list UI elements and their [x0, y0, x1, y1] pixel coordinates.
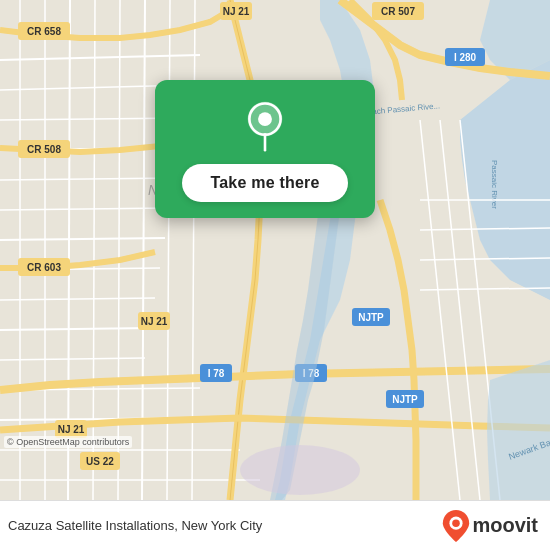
footer: Cazuza Satellite Installations, New York…: [0, 500, 550, 550]
moovit-brand-name: moovit: [472, 514, 538, 537]
svg-text:CR 603: CR 603: [27, 262, 61, 273]
osm-credit: © OpenStreetMap contributors: [4, 436, 132, 448]
svg-text:I 78: I 78: [208, 368, 225, 379]
location-card: Take me there: [155, 80, 375, 218]
svg-text:I 280: I 280: [454, 52, 477, 63]
svg-text:NJ 21: NJ 21: [58, 424, 85, 435]
moovit-pin-icon: [442, 510, 470, 542]
svg-text:CR 507: CR 507: [381, 6, 415, 17]
location-pin-icon: [239, 100, 291, 152]
moovit-logo: moovit: [442, 510, 538, 542]
location-name: Cazuza Satellite Installations, New York…: [8, 518, 262, 533]
svg-text:NJ 21: NJ 21: [141, 316, 168, 327]
svg-point-66: [453, 519, 461, 527]
svg-point-64: [258, 112, 272, 126]
svg-text:US 22: US 22: [86, 456, 114, 467]
svg-text:NJTP: NJTP: [392, 394, 418, 405]
map-container: CR 658 NJ 21 CR 507 I 280 CR 508 CR 603 …: [0, 0, 550, 500]
map-svg: CR 658 NJ 21 CR 507 I 280 CR 508 CR 603 …: [0, 0, 550, 500]
take-me-there-button[interactable]: Take me there: [182, 164, 347, 202]
svg-text:NJTP: NJTP: [358, 312, 384, 323]
svg-text:CR 508: CR 508: [27, 144, 61, 155]
svg-text:NJ 21: NJ 21: [223, 6, 250, 17]
svg-text:CR 658: CR 658: [27, 26, 61, 37]
svg-point-61: [240, 445, 360, 495]
svg-text:Passaic River: Passaic River: [490, 160, 499, 209]
